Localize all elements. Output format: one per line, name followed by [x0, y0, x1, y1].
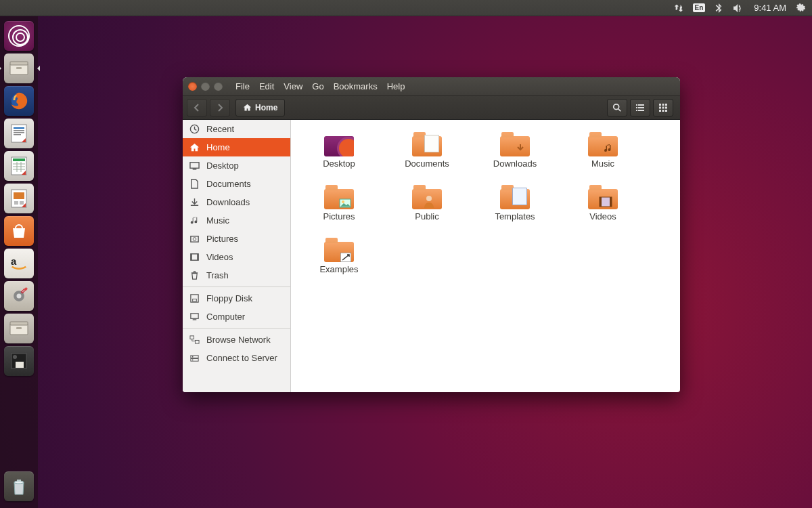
- keyboard-indicator[interactable]: En: [693, 0, 706, 16]
- folder-public[interactable]: Public: [383, 185, 471, 238]
- svg-rect-6: [14, 130, 24, 131]
- svg-rect-37: [636, 110, 637, 111]
- window-titlebar[interactable]: File Edit View Go Bookmarks Help: [183, 77, 680, 96]
- top-panel: En 9:41 AM: [0, 0, 812, 16]
- view-grid-button[interactable]: [653, 99, 673, 117]
- sidebar-downloads[interactable]: Downloads: [183, 193, 290, 211]
- sidebar-trash[interactable]: Trash: [183, 266, 290, 284]
- menu-edit[interactable]: Edit: [259, 81, 274, 91]
- menu-bookmarks[interactable]: Bookmarks: [334, 81, 378, 91]
- unity-launcher: a: [0, 16, 38, 508]
- svg-rect-45: [659, 110, 661, 112]
- nav-back-button[interactable]: [187, 99, 207, 117]
- svg-rect-60: [190, 336, 194, 339]
- sidebar-recent[interactable]: Recent: [183, 120, 290, 138]
- dash-icon[interactable]: [4, 21, 34, 51]
- sidebar-documents[interactable]: Documents: [183, 175, 290, 193]
- svg-rect-41: [665, 104, 667, 106]
- folder-downloads[interactable]: Downloads: [471, 132, 559, 185]
- svg-rect-25: [10, 322, 28, 325]
- svg-rect-2: [16, 67, 22, 69]
- folder-desktop[interactable]: Desktop: [295, 132, 383, 185]
- sound-indicator[interactable]: [732, 0, 744, 16]
- launcher-archive[interactable]: [4, 314, 34, 343]
- toolbar: Home: [183, 96, 680, 120]
- svg-rect-58: [191, 314, 198, 319]
- launcher-disks[interactable]: [4, 346, 34, 376]
- folder-pictures[interactable]: Pictures: [295, 185, 383, 238]
- sidebar-floppy[interactable]: Floppy Disk: [183, 289, 290, 308]
- clock-indicator[interactable]: 9:41 AM: [754, 0, 786, 16]
- folder-videos[interactable]: Videos: [559, 185, 647, 238]
- launcher-calc[interactable]: [4, 151, 34, 181]
- svg-rect-5: [14, 127, 24, 129]
- sidebar-browse-network[interactable]: Browse Network: [183, 331, 290, 349]
- svg-rect-42: [659, 106, 661, 108]
- launcher-trash[interactable]: [4, 471, 34, 501]
- svg-text:a: a: [11, 256, 17, 267]
- pathbar-home-label: Home: [255, 103, 277, 112]
- svg-rect-57: [193, 299, 197, 301]
- network-indicator[interactable]: [674, 0, 683, 16]
- window-maximize-button[interactable]: [214, 82, 223, 91]
- bluetooth-indicator[interactable]: [715, 0, 723, 16]
- launcher-settings[interactable]: [4, 281, 34, 311]
- menu-go[interactable]: Go: [312, 81, 323, 91]
- files-window: File Edit View Go Bookmarks Help Home Re…: [183, 77, 680, 392]
- svg-rect-70: [600, 197, 602, 207]
- sidebar-home[interactable]: Home: [183, 138, 290, 156]
- svg-rect-19: [20, 201, 24, 205]
- launcher-files[interactable]: [4, 54, 34, 83]
- launcher-software[interactable]: [4, 216, 34, 246]
- svg-rect-51: [191, 236, 198, 242]
- sidebar-pictures[interactable]: Pictures: [183, 230, 290, 248]
- launcher-writer[interactable]: [4, 119, 34, 148]
- folder-documents[interactable]: Documents: [383, 132, 471, 185]
- svg-rect-1: [10, 62, 28, 65]
- launcher-amazon[interactable]: a: [4, 249, 34, 278]
- launcher-firefox[interactable]: [4, 86, 34, 116]
- window-minimize-button[interactable]: [201, 82, 210, 91]
- launcher-impress[interactable]: [4, 184, 34, 213]
- menu-file[interactable]: File: [235, 81, 250, 91]
- svg-rect-35: [636, 107, 637, 108]
- svg-point-32: [614, 104, 619, 109]
- svg-rect-62: [191, 356, 198, 358]
- svg-rect-56: [191, 295, 198, 302]
- session-menu-icon[interactable]: [796, 0, 805, 16]
- pathbar-home[interactable]: Home: [235, 99, 285, 117]
- icon-view[interactable]: Desktop Documents Downloads Music Pictur…: [291, 120, 680, 392]
- svg-rect-44: [665, 106, 667, 108]
- view-list-button[interactable]: [630, 99, 650, 117]
- folder-templates[interactable]: Templates: [471, 185, 559, 238]
- nav-forward-button[interactable]: [210, 99, 230, 117]
- window-close-button[interactable]: [188, 82, 197, 91]
- svg-point-65: [192, 359, 194, 360]
- svg-rect-50: [193, 169, 197, 169]
- svg-rect-10: [13, 158, 25, 161]
- svg-rect-47: [665, 110, 667, 112]
- svg-rect-46: [662, 110, 664, 112]
- menu-help[interactable]: Help: [387, 81, 405, 91]
- svg-rect-71: [610, 197, 612, 207]
- sidebar-separator: [183, 328, 290, 329]
- sidebar-desktop[interactable]: Desktop: [183, 156, 290, 175]
- svg-rect-29: [16, 362, 24, 368]
- svg-rect-63: [191, 358, 198, 361]
- svg-rect-7: [14, 132, 24, 133]
- menu-view[interactable]: View: [284, 81, 302, 91]
- sidebar-videos[interactable]: Videos: [183, 248, 290, 266]
- sidebar-connect-server[interactable]: Connect to Server: [183, 349, 290, 367]
- svg-rect-38: [638, 110, 644, 111]
- sidebar-computer[interactable]: Computer: [183, 308, 290, 326]
- places-sidebar: Recent Home Desktop Documents Downloads …: [183, 120, 291, 392]
- folder-examples[interactable]: Examples: [295, 238, 383, 291]
- svg-rect-61: [195, 340, 199, 343]
- folder-music[interactable]: Music: [559, 132, 647, 185]
- svg-point-67: [342, 200, 344, 203]
- sidebar-music[interactable]: Music: [183, 211, 290, 230]
- sidebar-separator: [183, 287, 290, 287]
- svg-point-68: [426, 196, 432, 201]
- search-button[interactable]: [607, 99, 627, 117]
- svg-point-28: [13, 355, 17, 359]
